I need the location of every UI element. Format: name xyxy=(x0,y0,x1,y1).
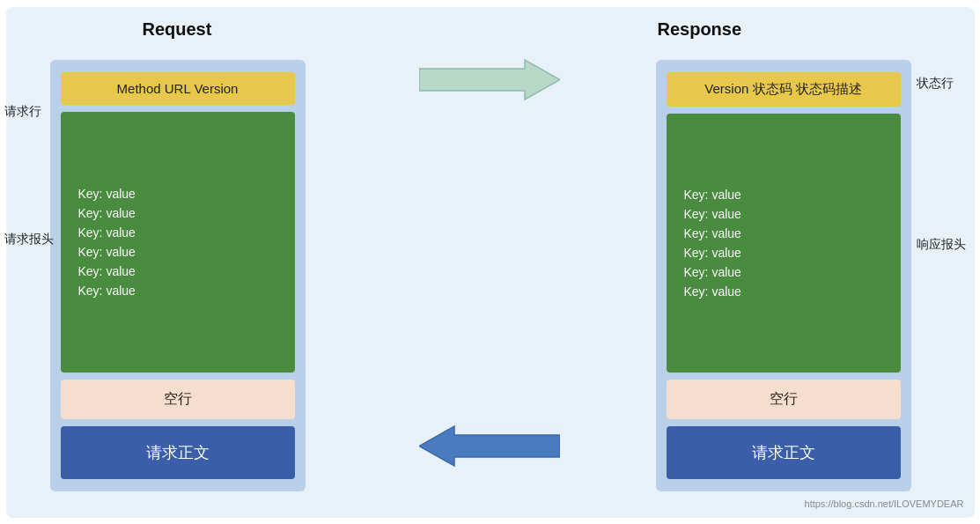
main-container: Request Response 请求行 请求报头 Method URL Ver… xyxy=(6,7,975,518)
response-status-line-label: 状态行 xyxy=(917,76,966,92)
response-panel: Version 状态码 状态码描述 Key: value Key: value … xyxy=(656,60,911,491)
response-headers-label: 响应报头 xyxy=(917,237,966,253)
request-headers-box: Key: value Key: value Key: value Key: va… xyxy=(61,112,295,373)
request-body-box: 请求正文 xyxy=(61,426,295,479)
response-empty-line: 空行 xyxy=(667,380,901,419)
response-side-labels: 状态行 响应报头 xyxy=(917,60,966,491)
response-body-box: 请求正文 xyxy=(667,426,901,479)
req-header-5: Key: value xyxy=(78,264,277,278)
request-headers-label: 请求报头 xyxy=(4,232,54,247)
response-title: Response xyxy=(658,19,742,40)
req-header-1: Key: value xyxy=(78,187,277,201)
response-panel-with-labels: Version 状态码 状态码描述 Key: value Key: value … xyxy=(656,60,966,491)
request-panel-wrapper: 请求行 请求报头 Method URL Version Key: value K… xyxy=(50,60,306,491)
request-empty-line: 空行 xyxy=(61,380,295,419)
res-header-5: Key: value xyxy=(684,265,883,279)
req-header-6: Key: value xyxy=(78,284,277,298)
svg-marker-0 xyxy=(419,60,560,100)
svg-marker-1 xyxy=(419,426,560,466)
res-header-1: Key: value xyxy=(684,188,883,202)
left-arrow xyxy=(419,422,542,469)
res-header-4: Key: value xyxy=(684,246,883,260)
request-line-label: 请求行 xyxy=(4,104,41,120)
req-header-4: Key: value xyxy=(78,245,277,259)
req-header-3: Key: value xyxy=(78,225,277,240)
res-header-6: Key: value xyxy=(684,284,883,299)
response-status-line: Version 状态码 状态码描述 xyxy=(667,72,901,107)
right-arrow xyxy=(419,55,542,103)
request-title: Request xyxy=(143,19,212,40)
request-panel: Method URL Version Key: value Key: value… xyxy=(50,60,306,491)
request-line-box: Method URL Version xyxy=(61,72,295,105)
watermark: https://blog.csdn.net/ILOVEMYDEAR xyxy=(805,498,964,509)
res-header-3: Key: value xyxy=(684,226,883,240)
response-headers-box: Key: value Key: value Key: value Key: va… xyxy=(667,114,901,373)
res-header-2: Key: value xyxy=(684,207,883,221)
response-panel-wrapper: Version 状态码 状态码描述 Key: value Key: value … xyxy=(656,60,966,491)
req-header-2: Key: value xyxy=(78,206,277,220)
middle-section xyxy=(419,47,542,478)
